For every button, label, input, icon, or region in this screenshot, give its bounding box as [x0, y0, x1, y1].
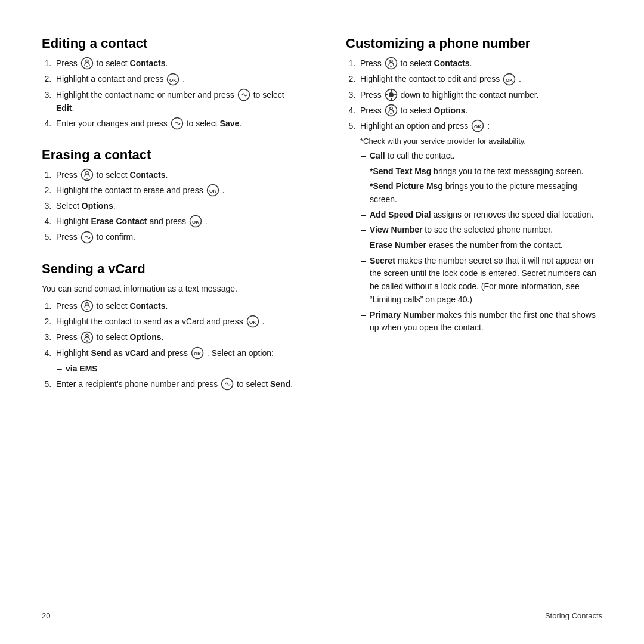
- step-text: Press: [56, 58, 80, 68]
- step-text: Enter a recipient's phone number and pre…: [56, 379, 220, 389]
- svg-point-22: [385, 58, 397, 69]
- step-erasing-5: Press to confirm.: [54, 231, 298, 244]
- svg-rect-31: [394, 94, 397, 95]
- sub-item-erase-number: Erase Number erases the number from the …: [370, 239, 602, 252]
- vcard-sub-options: via EMS: [56, 363, 298, 376]
- section-customizing: Customizing a phone number Press: [346, 36, 602, 335]
- nav-icon: [385, 88, 398, 101]
- sub-item-call: Call to call the contact.: [370, 150, 602, 163]
- sub-item-secret: Secret makes the number secret so that i…: [370, 255, 602, 306]
- step-text: Highlight the contact to erase and press: [56, 185, 206, 195]
- sub-item-primary: Primary Number makes this number the fir…: [370, 309, 602, 335]
- ok-icon: OK: [503, 73, 516, 86]
- step-text: Highlight the contact to edit and press: [360, 74, 502, 83]
- contacts-icon: [80, 299, 94, 312]
- step-text: Press: [56, 332, 80, 342]
- select-icon: [80, 231, 94, 244]
- section-vcard: Sending a vCard You can send contact inf…: [42, 261, 298, 391]
- step-text: Highlight an option and press: [360, 121, 470, 131]
- step-text: Highlight the contact name or number and…: [56, 90, 237, 100]
- right-column: Customizing a phone number Press: [334, 36, 602, 600]
- step-custom-3: Press down to highlight the: [358, 89, 602, 102]
- svg-text:OK: OK: [474, 124, 481, 129]
- section-title-editing: Editing a contact: [42, 36, 298, 51]
- step-erasing-1: Press to select Contacts.: [54, 169, 298, 182]
- step-text: Highlight a contact and press: [56, 74, 166, 83]
- step-text: .: [262, 317, 264, 326]
- step-vcard-4: Highlight Send as vCard and press OK . S…: [54, 347, 298, 376]
- step-text: to select Contacts.: [97, 301, 168, 311]
- step-erasing-3: Select Options.: [54, 200, 298, 213]
- step-text: to select Options.: [401, 106, 468, 115]
- step-text: Press: [360, 90, 384, 100]
- step-text: . Select an option:: [207, 348, 274, 358]
- step-text: .: [222, 185, 224, 195]
- sub-item-ems: via EMS: [66, 363, 298, 376]
- step-text: Highlight the contact to send as a vCard…: [56, 317, 246, 326]
- select-icon: [237, 88, 250, 101]
- step-custom-5: Highlight an option and press OK : *Chec…: [358, 120, 602, 335]
- footer-bar: 20 Storing Contacts: [42, 606, 602, 620]
- svg-text:OK: OK: [194, 351, 201, 357]
- step-text: to select Contacts.: [97, 58, 168, 68]
- sub-item-send-text: *Send Text Msg brings you to the text me…: [370, 165, 602, 178]
- step-text: down to highlight the contact number.: [401, 90, 539, 100]
- svg-text:OK: OK: [169, 78, 177, 83]
- step-text: to select Send.: [237, 379, 293, 389]
- svg-text:OK: OK: [209, 188, 216, 194]
- sub-item-send-picture: *Send Picture Msg brings you to the pict…: [370, 180, 602, 206]
- svg-text:OK: OK: [506, 78, 513, 83]
- step-text: .: [205, 216, 208, 226]
- page: Editing a contact Press to sel: [0, 0, 644, 644]
- step-editing-3: Highlight the contact name or number and…: [54, 89, 298, 115]
- steps-vcard: Press to select Contacts. Hi: [42, 300, 298, 391]
- step-text: to select Contacts.: [97, 170, 168, 179]
- step-text: to select Save.: [187, 119, 242, 128]
- section-title-erasing: Erasing a contact: [42, 147, 298, 163]
- step-text: Select Options.: [56, 201, 116, 210]
- contacts-icon: [385, 104, 398, 117]
- step-vcard-5: Enter a recipient's phone number and pre…: [54, 378, 298, 391]
- step-text: to confirm.: [97, 232, 135, 242]
- step-text: :: [487, 121, 490, 131]
- step-text: Press: [56, 170, 80, 179]
- svg-point-27: [389, 92, 394, 97]
- svg-point-4: [238, 89, 249, 100]
- step-text: Press: [360, 58, 384, 68]
- section-erasing: Erasing a contact Press to sel: [42, 147, 298, 244]
- contacts-icon: [80, 57, 94, 70]
- section-title-customizing: Customizing a phone number: [346, 36, 602, 51]
- svg-point-13: [81, 301, 92, 312]
- step-text: Enter your changes and press: [56, 119, 170, 128]
- steps-erasing: Press to select Contacts. Hi: [42, 169, 298, 244]
- ok-icon: OK: [191, 346, 204, 360]
- step-text: Highlight Erase Contact and press: [56, 216, 188, 226]
- step-vcard-1: Press to select Contacts.: [54, 300, 298, 313]
- steps-customizing: Press to select Contacts. Hi: [346, 57, 602, 335]
- select-icon: [221, 377, 234, 391]
- ok-icon: OK: [189, 215, 202, 228]
- svg-point-5: [171, 117, 182, 129]
- svg-point-21: [222, 378, 233, 389]
- left-column: Editing a contact Press to sel: [42, 36, 310, 600]
- footer-label: Storing Contacts: [545, 611, 602, 620]
- svg-point-17: [81, 332, 92, 343]
- step-vcard-3: Press to select Options.: [54, 331, 298, 344]
- section-title-vcard: Sending a vCard: [42, 261, 298, 277]
- contacts-icon: [80, 331, 94, 344]
- step-text: to select Contacts.: [401, 58, 472, 68]
- step-erasing-4: Highlight Erase Contact and press OK .: [54, 215, 298, 228]
- step-custom-2: Highlight the contact to edit and press …: [358, 73, 602, 86]
- step-text: Press: [56, 301, 80, 311]
- step-editing-2: Highlight a contact and press OK .: [54, 73, 298, 86]
- ok-icon: OK: [471, 119, 484, 132]
- ok-icon: OK: [246, 315, 259, 328]
- step-text: Highlight Send as vCard and press: [56, 348, 190, 358]
- step-text: Press: [360, 106, 384, 115]
- step-custom-4: Press to select Options.: [358, 104, 602, 117]
- svg-text:OK: OK: [192, 219, 199, 225]
- sub-item-speed-dial: Add Speed Dial assigns or removes the sp…: [370, 209, 602, 222]
- svg-rect-30: [386, 94, 388, 95]
- select-icon: [171, 117, 184, 130]
- step-editing-1: Press to select Contacts.: [54, 57, 298, 70]
